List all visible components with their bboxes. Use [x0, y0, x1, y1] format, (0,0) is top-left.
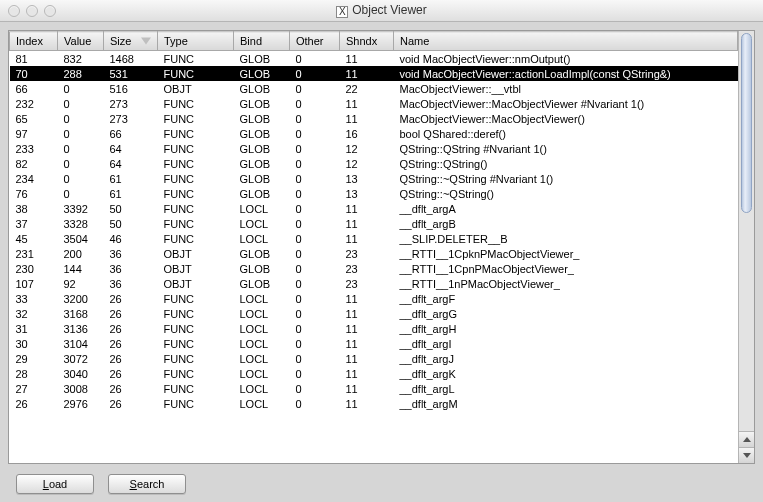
cell-size: 516	[104, 81, 158, 96]
cell-type: FUNC	[158, 186, 234, 201]
cell-size: 36	[104, 276, 158, 291]
cell-value: 2976	[58, 396, 104, 411]
cell-other: 0	[290, 261, 340, 276]
window-title-text: Object Viewer	[352, 3, 426, 17]
table-row[interactable]: 23014436OBJTGLOB023__RTTI__1CpnPMacObjec…	[10, 261, 738, 276]
cell-size: 531	[104, 66, 158, 81]
cell-name: __RTTI__1CpknPMacObjectViewer_	[394, 246, 738, 261]
cell-name: QString::~QString()	[394, 186, 738, 201]
cell-value: 3504	[58, 231, 104, 246]
cell-size: 26	[104, 291, 158, 306]
table-row[interactable]: 234061FUNCGLOB013QString::~QString #Nvar…	[10, 171, 738, 186]
table-row[interactable]: 30310426FUNCLOCL011__dflt_argI	[10, 336, 738, 351]
cell-other: 0	[290, 291, 340, 306]
cell-shndx: 11	[340, 51, 394, 67]
cell-name: __dflt_argF	[394, 291, 738, 306]
cell-name: __dflt_argB	[394, 216, 738, 231]
cell-value: 0	[58, 156, 104, 171]
cell-size: 61	[104, 171, 158, 186]
table-row[interactable]: 82064FUNCGLOB012QString::QString()	[10, 156, 738, 171]
search-button[interactable]: Search	[108, 474, 186, 494]
cell-shndx: 11	[340, 366, 394, 381]
table-row[interactable]: 38339250FUNCLOCL011__dflt_argA	[10, 201, 738, 216]
column-header-type[interactable]: Type	[158, 32, 234, 51]
cell-value: 0	[58, 141, 104, 156]
cell-size: 64	[104, 156, 158, 171]
cell-shndx: 11	[340, 351, 394, 366]
cell-shndx: 22	[340, 81, 394, 96]
column-header-label: Index	[16, 35, 43, 47]
table-row[interactable]: 660516OBJTGLOB022MacObjectViewer::__vtbl	[10, 81, 738, 96]
cell-other: 0	[290, 66, 340, 81]
cell-index: 66	[10, 81, 58, 96]
cell-type: OBJT	[158, 276, 234, 291]
table-row[interactable]: 31313626FUNCLOCL011__dflt_argH	[10, 321, 738, 336]
cell-shndx: 23	[340, 276, 394, 291]
cell-type: FUNC	[158, 396, 234, 411]
cell-index: 38	[10, 201, 58, 216]
cell-bind: GLOB	[234, 246, 290, 261]
cell-bind: LOCL	[234, 231, 290, 246]
cell-name: __RTTI__1nPMacObjectViewer_	[394, 276, 738, 291]
table-row[interactable]: 76061FUNCGLOB013QString::~QString()	[10, 186, 738, 201]
scroll-up-button[interactable]	[739, 431, 754, 447]
table-row[interactable]: 23120036OBJTGLOB023__RTTI__1CpknPMacObje…	[10, 246, 738, 261]
table-row[interactable]: 2320273FUNCGLOB011MacObjectViewer::MacOb…	[10, 96, 738, 111]
table-row[interactable]: 45350446FUNCLOCL011__SLIP.DELETER__B	[10, 231, 738, 246]
cell-name: void MacObjectViewer::nmOutput()	[394, 51, 738, 67]
cell-shndx: 11	[340, 216, 394, 231]
cell-value: 3392	[58, 201, 104, 216]
cell-type: FUNC	[158, 336, 234, 351]
minimize-window-button[interactable]	[26, 5, 38, 17]
table-row[interactable]: 32316826FUNCLOCL011__dflt_argG	[10, 306, 738, 321]
table-row[interactable]: 233064FUNCGLOB012QString::QString #Nvari…	[10, 141, 738, 156]
cell-shndx: 11	[340, 231, 394, 246]
table-row[interactable]: 97066FUNCGLOB016bool QShared::deref()	[10, 126, 738, 141]
table-row[interactable]: 26297626FUNCLOCL011__dflt_argM	[10, 396, 738, 411]
scroll-down-button[interactable]	[739, 447, 754, 463]
column-header-label: Size	[110, 35, 131, 47]
scrollbar-track[interactable]	[739, 31, 754, 431]
cell-size: 26	[104, 381, 158, 396]
column-header-bind[interactable]: Bind	[234, 32, 290, 51]
column-header-other[interactable]: Other	[290, 32, 340, 51]
column-header-name[interactable]: Name	[394, 32, 738, 51]
column-header-shndx[interactable]: Shndx	[340, 32, 394, 51]
cell-value: 0	[58, 111, 104, 126]
cell-name: __dflt_argJ	[394, 351, 738, 366]
cell-type: OBJT	[158, 246, 234, 261]
column-header-label: Bind	[240, 35, 262, 47]
cell-bind: GLOB	[234, 51, 290, 67]
table-row[interactable]: 70288531FUNCGLOB011void MacObjectViewer:…	[10, 66, 738, 81]
table-row[interactable]: 37332850FUNCLOCL011__dflt_argB	[10, 216, 738, 231]
cell-type: FUNC	[158, 111, 234, 126]
load-button[interactable]: Load	[16, 474, 94, 494]
column-header-index[interactable]: Index	[10, 32, 58, 51]
cell-size: 26	[104, 396, 158, 411]
table-row[interactable]: 29307226FUNCLOCL011__dflt_argJ	[10, 351, 738, 366]
close-window-button[interactable]	[8, 5, 20, 17]
zoom-window-button[interactable]	[44, 5, 56, 17]
table-row[interactable]: 28304026FUNCLOCL011__dflt_argK	[10, 366, 738, 381]
footer: Load Search	[8, 464, 755, 494]
column-header-size[interactable]: Size	[104, 32, 158, 51]
column-header-value[interactable]: Value	[58, 32, 104, 51]
column-header-label: Value	[64, 35, 91, 47]
cell-size: 26	[104, 306, 158, 321]
table-row[interactable]: 27300826FUNCLOCL011__dflt_argL	[10, 381, 738, 396]
cell-bind: LOCL	[234, 201, 290, 216]
cell-index: 76	[10, 186, 58, 201]
cell-shndx: 13	[340, 171, 394, 186]
cell-value: 3328	[58, 216, 104, 231]
scrollbar-thumb[interactable]	[741, 33, 752, 213]
table-row[interactable]: 650273FUNCGLOB011MacObjectViewer::MacObj…	[10, 111, 738, 126]
table-row[interactable]: 33320026FUNCLOCL011__dflt_argF	[10, 291, 738, 306]
vertical-scrollbar[interactable]	[738, 31, 754, 463]
load-label-rest: oad	[49, 478, 67, 490]
table-row[interactable]: 818321468FUNCGLOB011void MacObjectViewer…	[10, 51, 738, 67]
table-row[interactable]: 1079236OBJTGLOB023__RTTI__1nPMacObjectVi…	[10, 276, 738, 291]
cell-bind: LOCL	[234, 351, 290, 366]
cell-index: 234	[10, 171, 58, 186]
cell-shndx: 11	[340, 291, 394, 306]
cell-value: 0	[58, 186, 104, 201]
